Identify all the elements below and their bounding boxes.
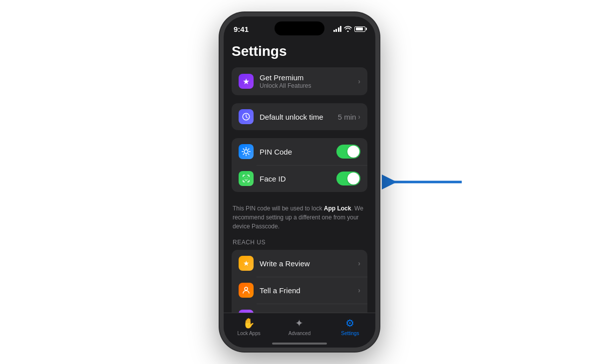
unlock-time-label: Default unlock time [260, 113, 338, 121]
status-time: 9:41 [234, 25, 249, 33]
pin-note-bold: App Lock [324, 205, 351, 212]
tell-friend-icon [239, 283, 254, 298]
svg-point-4 [245, 287, 248, 290]
battery-icon [354, 26, 365, 32]
arrow-container [382, 175, 467, 191]
unlock-time-group: Default unlock time 5 min › [232, 103, 367, 130]
write-review-chevron: › [358, 259, 360, 267]
unlock-time-row[interactable]: Default unlock time 5 min › [232, 103, 367, 130]
face-id-icon [239, 171, 254, 186]
home-indicator [272, 343, 327, 345]
advanced-icon: ✦ [295, 317, 303, 329]
settings-tab-icon: ⚙ [345, 317, 354, 329]
advanced-label: Advanced [289, 331, 310, 336]
tell-friend-chevron: › [358, 286, 360, 294]
premium-icon: ★ [239, 74, 254, 89]
pin-code-label: PIN Code [260, 148, 336, 156]
pin-note: This PIN code will be used to lock App L… [232, 200, 367, 231]
reach-us-group: ★ Write a Review › Tell a Friend › [232, 250, 367, 313]
face-id-label: Face ID [260, 175, 336, 183]
signal-bars-icon [333, 26, 342, 32]
lock-apps-label: Lock Apps [238, 331, 261, 336]
contact-us-row[interactable]: Contact Us › [232, 304, 367, 313]
tab-settings[interactable]: ⚙ Settings [325, 317, 375, 336]
phone-frame: 9:41 Settings [220, 12, 379, 352]
security-group: PIN Code Face ID [232, 138, 367, 192]
svg-point-3 [244, 150, 248, 154]
dynamic-island [275, 21, 324, 35]
write-review-row[interactable]: ★ Write a Review › [232, 250, 367, 277]
unlock-time-icon [239, 109, 254, 124]
write-review-label: Write a Review [260, 259, 358, 268]
premium-row[interactable]: ★ Get Premium Unlock All Features › [232, 67, 367, 95]
settings-tab-label: Settings [341, 331, 359, 336]
page-title: Settings [232, 41, 367, 59]
tab-lock-apps[interactable]: ✋ Lock Apps [224, 317, 274, 336]
tell-friend-row[interactable]: Tell a Friend › [232, 277, 367, 304]
pin-code-row[interactable]: PIN Code [232, 138, 367, 165]
premium-sublabel: Unlock All Features [260, 82, 358, 89]
wifi-icon [344, 26, 352, 32]
status-icons [333, 26, 366, 32]
lock-apps-icon: ✋ [243, 317, 255, 329]
unlock-time-chevron: › [358, 113, 360, 121]
write-review-icon: ★ [239, 256, 254, 271]
settings-content: Settings ★ Get Premium Unlock All Featur… [224, 41, 375, 313]
premium-group: ★ Get Premium Unlock All Features › [232, 67, 367, 95]
premium-label: Get Premium [260, 73, 358, 82]
arrow-icon [382, 175, 467, 189]
face-id-toggle[interactable] [336, 172, 360, 185]
pin-code-toggle[interactable] [336, 145, 360, 159]
unlock-time-value: 5 min [338, 113, 356, 121]
reach-us-header: REACH US [232, 239, 367, 246]
premium-chevron: › [358, 77, 360, 85]
tell-friend-label: Tell a Friend [260, 286, 358, 295]
face-id-row[interactable]: Face ID [232, 165, 367, 192]
tab-advanced[interactable]: ✦ Advanced [274, 317, 324, 336]
pin-code-icon [239, 144, 254, 159]
phone-wrapper: 9:41 Settings [220, 12, 379, 352]
